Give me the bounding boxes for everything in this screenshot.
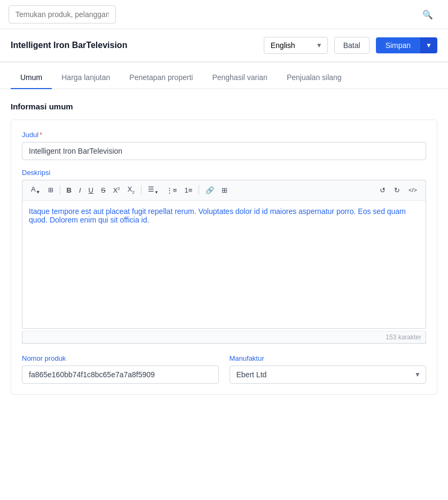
description-editor[interactable]: Itaque tempore est aut placeat fugit rep… (22, 201, 426, 329)
strikethrough-icon: S (101, 187, 106, 194)
toolbar-separator-3 (199, 185, 199, 195)
tab-bar: Umum Harga lanjutan Penetapan properti P… (0, 67, 448, 89)
link-icon: 🔗 (206, 187, 214, 194)
tab-penghasil-varian[interactable]: Penghasil varian (202, 67, 277, 89)
language-select[interactable]: English (264, 37, 328, 54)
italic-button[interactable]: I (76, 185, 84, 196)
toolbar-text-group: B I U S X2 X2 (64, 184, 138, 197)
undo-icon: ↺ (380, 187, 386, 194)
save-button-group: Simpan ▼ (376, 37, 437, 53)
strikethrough-button[interactable]: S (98, 185, 109, 196)
code-view-button[interactable]: </> (405, 185, 420, 196)
toolbar-right-group: ↺ ↻ </> (376, 185, 420, 196)
ordered-list-icon: 1≡ (184, 187, 192, 194)
align-icon: ☰▼ (148, 186, 159, 195)
search-input[interactable] (9, 5, 116, 23)
toolbar-insert-group: 🔗 ⊞ (202, 185, 231, 196)
tab-penetapan-properti[interactable]: Penetapan properti (120, 67, 202, 89)
search-icon: 🔍 (422, 10, 433, 20)
tab-umum[interactable]: Umum (11, 67, 52, 89)
page-title: Intelligent Iron BarTelevision (11, 41, 257, 50)
description-field-group: Deskripsi A▼ ⊞ B I U S X2 X2 ☰▼ (22, 169, 426, 344)
unordered-list-button[interactable]: ⋮≡ (163, 185, 180, 196)
manufacturer-field: Manufaktur Ebert Ltd Other Manufacturer … (230, 354, 427, 384)
product-number-input[interactable] (22, 366, 219, 384)
product-number-field: Nomor produk (22, 354, 219, 384)
tab-harga-lanjutan[interactable]: Harga lanjutan (52, 67, 120, 89)
save-button[interactable]: Simpan (376, 37, 420, 53)
section-title: Informasi umum (11, 102, 437, 111)
manufacturer-select[interactable]: Ebert Ltd Other Manufacturer (230, 366, 427, 384)
chevron-down-icon: ▼ (426, 42, 432, 49)
tab-penjualan-silang[interactable]: Penjualan silang (277, 67, 351, 89)
product-number-label: Nomor produk (22, 354, 219, 362)
search-wrapper: 🔍 (9, 5, 439, 23)
cancel-button[interactable]: Batal (334, 37, 370, 54)
toolbar-font-group: A▼ ⊞ (28, 184, 57, 197)
editor-toolbar: A▼ ⊞ B I U S X2 X2 ☰▼ ⋮≡ 1≡ (22, 180, 426, 201)
title-input[interactable] (22, 142, 426, 160)
description-text: Itaque tempore est aut placeat fugit rep… (29, 207, 406, 224)
bold-icon: B (67, 187, 72, 194)
redo-button[interactable]: ↻ (391, 185, 403, 196)
description-label: Deskripsi (22, 169, 426, 177)
redo-icon: ↻ (394, 187, 400, 194)
code-icon: </> (408, 187, 417, 193)
save-dropdown-button[interactable]: ▼ (420, 37, 437, 53)
undo-button[interactable]: ↺ (376, 185, 389, 196)
format-button[interactable]: ⊞ (45, 185, 57, 195)
search-bar: 🔍 (0, 0, 448, 29)
link-button[interactable]: 🔗 (202, 185, 217, 196)
underline-icon: U (89, 187, 93, 194)
align-button[interactable]: ☰▼ (145, 184, 162, 197)
font-button[interactable]: A▼ (28, 184, 44, 197)
title-field-group: Judul* (22, 131, 426, 160)
char-count: 153 karakter (22, 331, 426, 344)
italic-icon: I (79, 187, 81, 194)
underline-button[interactable]: U (85, 185, 97, 196)
main-content: Informasi umum Judul* Deskripsi A▼ ⊞ B I (0, 89, 448, 408)
table-icon: ⊞ (222, 187, 227, 194)
toolbar-separator (60, 185, 60, 195)
table-button[interactable]: ⊞ (218, 185, 231, 196)
subscript-button[interactable]: X2 (124, 184, 138, 197)
bold-button[interactable]: B (64, 185, 75, 196)
unordered-list-icon: ⋮≡ (166, 187, 177, 194)
general-info-card: Judul* Deskripsi A▼ ⊞ B I U S X2 (11, 120, 437, 395)
toolbar-align-group: ☰▼ ⋮≡ 1≡ (145, 184, 195, 197)
ordered-list-button[interactable]: 1≡ (181, 185, 195, 196)
title-label: Judul* (22, 131, 426, 139)
superscript-icon: X2 (113, 187, 120, 194)
superscript-button[interactable]: X2 (110, 185, 123, 196)
font-icon: A▼ (31, 186, 41, 195)
product-manufacturer-row: Nomor produk Manufaktur Ebert Ltd Other … (22, 354, 426, 384)
manufacturer-label: Manufaktur (230, 354, 427, 362)
manufacturer-select-wrapper: Ebert Ltd Other Manufacturer ▼ (230, 366, 427, 384)
language-selector-wrapper: English ▼ (264, 37, 328, 54)
page-header: Intelligent Iron BarTelevision English ▼… (0, 29, 448, 62)
format-icon: ⊞ (48, 187, 53, 193)
subscript-icon: X2 (128, 186, 135, 195)
toolbar-separator-2 (141, 185, 142, 195)
